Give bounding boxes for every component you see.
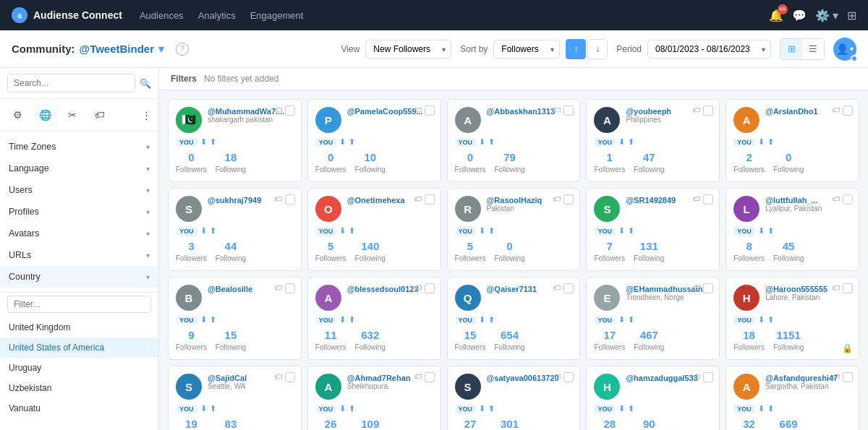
card-tag-icon[interactable]: 🏷 bbox=[553, 194, 561, 203]
user-card[interactable]: 🏷 B @Bealosille YOU ⬇ ⬆ 9 Followers 15 F… bbox=[168, 277, 302, 360]
card-tag-icon[interactable]: 🏷 bbox=[414, 194, 422, 203]
list-view-button[interactable]: ☰ bbox=[802, 39, 824, 59]
card-tag-icon[interactable]: 🏷 bbox=[553, 372, 561, 381]
card-checkbox[interactable] bbox=[285, 194, 295, 205]
search-input[interactable] bbox=[7, 74, 135, 93]
country-filter-input[interactable] bbox=[7, 296, 151, 313]
card-checkbox[interactable] bbox=[563, 194, 574, 205]
card-tag-icon[interactable]: 🏷 bbox=[274, 283, 282, 292]
user-card[interactable]: 🏷 S @SR1492849 YOU ⬇ ⬆ 7 Followers 131 F… bbox=[586, 188, 720, 271]
nav-engagement[interactable]: Engagement bbox=[250, 10, 304, 21]
card-checkbox[interactable] bbox=[843, 372, 853, 382]
card-checkbox[interactable] bbox=[425, 106, 435, 116]
grid-view-button[interactable]: ⊞ bbox=[780, 39, 802, 59]
period-select[interactable]: 08/01/2023 - 08/16/2023 bbox=[647, 40, 771, 59]
user-card[interactable]: 🏷 A @youbeeph Philippines YOU ⬇ ⬆ 1 Foll… bbox=[586, 99, 720, 182]
card-checkbox[interactable] bbox=[563, 372, 574, 382]
followers-count: 9 bbox=[176, 329, 207, 341]
card-checkbox[interactable] bbox=[285, 283, 295, 293]
country-uk[interactable]: United Kingdom bbox=[0, 317, 158, 337]
card-checkbox[interactable] bbox=[425, 283, 435, 293]
user-card[interactable]: 🏷 A @ArslanDho1 YOU ⬇ ⬆ 2 Followers 0 Fo… bbox=[726, 99, 859, 182]
globe-icon[interactable]: 🌐 bbox=[35, 105, 55, 125]
user-card[interactable]: 🏷 S @SajidCal Seattle, WA YOU ⬇ ⬆ 19 Fol… bbox=[168, 366, 302, 430]
card-checkbox[interactable] bbox=[703, 194, 713, 205]
sort-desc-button[interactable]: ↓ bbox=[587, 39, 608, 59]
user-card[interactable]: 🏷 L @luttfullah_... Lyallpur, Pakistan Y… bbox=[726, 188, 859, 271]
community-chevron[interactable]: ▾ bbox=[158, 43, 164, 56]
card-checkbox[interactable] bbox=[285, 106, 295, 116]
card-tag-icon[interactable]: 🏷 bbox=[414, 372, 422, 381]
sort-asc-button[interactable]: ↑ bbox=[566, 39, 586, 59]
nav-analytics[interactable]: Analytics bbox=[198, 10, 236, 21]
card-checkbox[interactable] bbox=[563, 283, 574, 293]
card-tag-icon[interactable]: 🏷 bbox=[832, 372, 840, 381]
user-card[interactable]: 🏷 S @satyava00613720 YOU ⬇ ⬆ 27 Follower… bbox=[447, 366, 581, 430]
user-card[interactable]: 🏷 R @RasoolHaziq Pakistan YOU ⬇ ⬆ 5 Foll… bbox=[447, 188, 581, 271]
notifications-icon[interactable]: 🔔 49 bbox=[769, 9, 783, 22]
card-tag-icon[interactable]: 🏷 bbox=[692, 106, 700, 114]
user-card[interactable]: 🏷 A @Abbaskhan1313 YOU ⬇ ⬆ 0 Followers 7… bbox=[447, 99, 581, 182]
card-checkbox[interactable] bbox=[425, 372, 435, 382]
user-card[interactable]: 🏷 A @blessedsoul0123 YOU ⬇ ⬆ 11 Follower… bbox=[307, 277, 441, 360]
user-card[interactable]: 🏷 H @Haroon555555 Lahore, Pakistan YOU ⬇… bbox=[726, 277, 859, 360]
view-select[interactable]: New Followers bbox=[365, 40, 451, 59]
community-name[interactable]: @TweetBinder bbox=[80, 43, 155, 55]
search-icon[interactable]: 🔍 bbox=[140, 78, 151, 89]
apps-icon[interactable]: ⊞ bbox=[847, 9, 856, 22]
user-card[interactable]: 🏷 A @Ahmad7Rehan Sheikhupura. YOU ⬇ ⬆ 26… bbox=[307, 366, 441, 430]
card-tag-icon[interactable]: 🏷 bbox=[832, 283, 840, 292]
messages-icon[interactable]: 💬 bbox=[792, 9, 807, 22]
filter-timezones[interactable]: Time Zones ▾ bbox=[0, 136, 158, 158]
nav-audiences[interactable]: Audiences bbox=[140, 10, 184, 21]
user-card[interactable]: 🏷 A @Asfandqureshi47 Sargodha, Pakistan … bbox=[726, 366, 859, 430]
filter-country[interactable]: Country ▾ bbox=[0, 266, 158, 288]
card-tag-icon[interactable]: 🏷 bbox=[553, 106, 561, 114]
user-card[interactable]: 🏷 H @hamzaduggal533 YOU ⬇ ⬆ 28 Followers… bbox=[586, 366, 720, 430]
card-tag-icon[interactable]: 🏷 bbox=[692, 194, 700, 203]
user-card[interactable]: 🏷 Q @Qaiser7131 YOU ⬇ ⬆ 15 Followers 654… bbox=[447, 277, 581, 360]
card-tag-icon[interactable]: 🏷 bbox=[274, 194, 282, 203]
card-checkbox[interactable] bbox=[703, 283, 713, 293]
card-checkbox[interactable] bbox=[563, 106, 574, 116]
filter-urls[interactable]: URLs ▾ bbox=[0, 244, 158, 266]
card-tag-icon[interactable]: 🏷 bbox=[692, 283, 700, 292]
card-tag-icon[interactable]: 🏷 bbox=[274, 372, 282, 381]
country-usa[interactable]: United States of America bbox=[0, 337, 158, 358]
card-checkbox[interactable] bbox=[703, 372, 713, 382]
user-card[interactable]: 🏷 E @EHammadhussain Trondheim, Norge YOU… bbox=[586, 277, 720, 360]
card-checkbox[interactable] bbox=[703, 106, 713, 116]
card-checkbox[interactable] bbox=[285, 372, 295, 382]
scissors-icon[interactable]: ✂ bbox=[62, 105, 82, 125]
filter-profiles[interactable]: Profiles ▾ bbox=[0, 201, 158, 223]
user-card[interactable]: 🏷 S @sukhraj7949 YOU ⬇ ⬆ 3 Followers 44 … bbox=[168, 188, 302, 271]
card-tag-icon[interactable]: 🏷 bbox=[414, 283, 422, 292]
filter-sliders-icon[interactable]: ⚙ bbox=[7, 105, 27, 125]
user-card[interactable]: 🏷 P @PamelaCoop559... YOU ⬇ ⬆ 0 Follower… bbox=[307, 99, 441, 182]
card-checkbox[interactable] bbox=[843, 283, 853, 293]
card-tag-icon[interactable]: 🏷 bbox=[414, 106, 422, 114]
country-uzbekistan[interactable]: Uzbekistan bbox=[0, 378, 158, 398]
tag-icon[interactable]: 🏷 bbox=[90, 105, 110, 125]
settings-icon[interactable]: ⚙️ ▾ bbox=[815, 9, 838, 22]
card-tag-icon[interactable]: 🏷 bbox=[553, 283, 561, 292]
filter-avatars[interactable]: Avatars ▾ bbox=[0, 223, 158, 244]
card-checkbox[interactable] bbox=[843, 194, 853, 205]
card-tag-icon[interactable]: 🏷 bbox=[832, 194, 840, 203]
user-card[interactable]: 🏷 O @Onetimehexa YOU ⬇ ⬆ 5 Followers 140… bbox=[307, 188, 441, 271]
card-checkbox[interactable] bbox=[425, 194, 435, 205]
filter-urls-label: URLs bbox=[9, 250, 31, 260]
user-avatar-button[interactable]: 👤 ▾ bbox=[833, 38, 856, 61]
filter-language[interactable]: Language ▾ bbox=[0, 158, 158, 179]
card-checkbox[interactable] bbox=[843, 106, 853, 116]
country-vanuatu[interactable]: Vanuatu bbox=[0, 398, 158, 418]
country-uruguay[interactable]: Uruguay bbox=[0, 358, 158, 378]
sort-select[interactable]: Followers bbox=[493, 40, 560, 59]
card-tag-icon[interactable]: 🏷 bbox=[274, 106, 282, 114]
more-options-icon[interactable]: ⋮ bbox=[142, 110, 151, 121]
card-tag-icon[interactable]: 🏷 bbox=[832, 106, 840, 114]
filter-users[interactable]: Users ▾ bbox=[0, 179, 158, 201]
user-card[interactable]: 🏷 🇵🇰 @MuhammadWa7.... shakargarh pakista… bbox=[168, 99, 302, 182]
card-tag-icon[interactable]: 🏷 bbox=[692, 372, 700, 381]
info-icon[interactable]: ? bbox=[176, 43, 189, 56]
